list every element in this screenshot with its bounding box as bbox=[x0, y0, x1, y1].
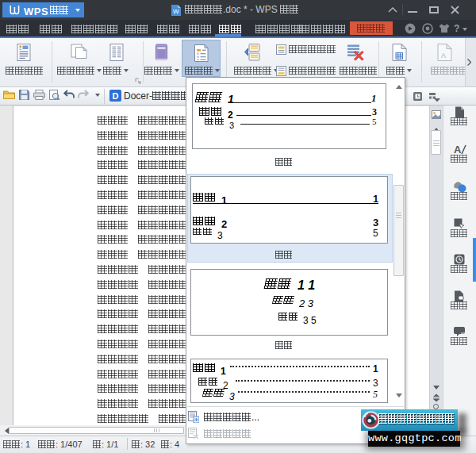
svg-text:A: A bbox=[454, 144, 462, 155]
svg-text:D: D bbox=[113, 91, 119, 101]
svg-text:A: A bbox=[441, 52, 446, 60]
svg-text:W: W bbox=[173, 8, 179, 15]
